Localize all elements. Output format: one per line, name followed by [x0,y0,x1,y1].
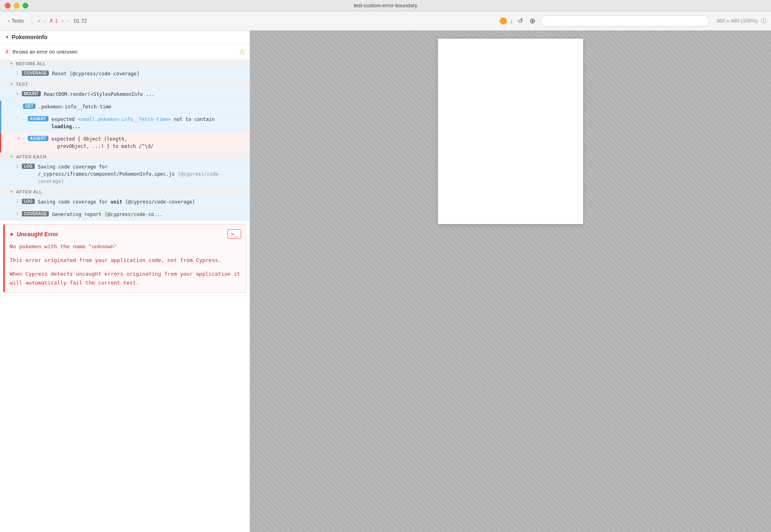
before-all-header: ▼ BEFORE ALL [0,60,250,68]
toolbar-divider [32,15,32,27]
suite-title: PokemonInfo [12,34,48,40]
test-group: ▼ TEST 1 MOUNT ReactDOM.render(<StylesPo… [0,80,250,153]
cross-icon: ✗ [49,18,54,24]
cmd-text-log-ae: Saving code coverage for /_cypress/ifram… [38,163,246,185]
cmd-text-coverage-2: Generating report [@cypress/code-co... [52,211,246,218]
checkmark-icon: ✓ [37,18,42,24]
after-each-header: ▼ AFTER EACH [0,153,250,161]
suite-chevron-icon[interactable]: ▼ [5,35,9,39]
assert-badge-1: ASSERT [28,116,48,121]
cmd-text-assert-1: expected <small.pokemon-info__fetch-time… [52,116,246,130]
after-all-label: AFTER ALL [16,189,42,194]
after-all-chevron-icon[interactable]: ▼ [10,190,13,194]
before-all-label: BEFORE ALL [16,61,46,66]
run-time: 01.72 [74,18,87,24]
test-item-header[interactable]: ✗ throws an error on unknown ⚠ [0,44,250,60]
log-badge-ae: LOG [22,164,35,169]
terminal-button[interactable]: >_ [227,229,241,239]
cmd-num-ae-1: 1 [13,164,19,168]
url-input[interactable] [540,15,710,27]
cmd-row-assert-1[interactable]: ⋯ - ASSERT expected <small.pokemon-info_… [0,113,250,133]
fail-icon: ✗ [5,49,9,55]
cmd-text-assert-2: expected { Object (length, prevObject, .… [52,135,246,150]
cmd-row-assert-2[interactable]: 4 - ASSERT expected { Object (length, pr… [0,133,250,153]
pass-status: ✓ -- [37,18,46,24]
content-area: ▼ PokemonInfo ✗ throws an error on unkno… [0,31,771,532]
cmd-num-mount: 1 [13,91,19,96]
fail-status: ✗ 1 [49,18,58,24]
warning-icon: ⚠ [239,48,245,56]
log-badge-aa-1: LOG [22,199,35,204]
spinner-small-2-icon: ⋯ [14,116,20,121]
cmd-row-log-after-each[interactable]: 1 LOG Saving code coverage for /_cypress… [0,161,250,188]
error-box-header: ● Uncaught Error >_ [10,229,241,239]
after-all-header: ▼ AFTER ALL [0,188,250,196]
cmd-num-4: 4 [14,136,20,141]
cmd-row-coverage-2[interactable]: 2 COVERAGE Generating report [@cypress/c… [0,208,250,221]
cmd-num-aa-2: 2 [13,211,19,216]
cmd-text-mount: ReactDOM.render(<StylesPokemonInfo ... [44,91,246,98]
test-group-header: ▼ TEST [0,80,250,88]
cmd-row-mount[interactable]: 1 MOUNT ReactDOM.render(<StylesPokemonIn… [0,88,250,101]
viewport-size: 360 x 460 (100%) [716,18,758,24]
before-all-chevron-icon[interactable]: ▼ [10,62,13,66]
after-each-chevron-icon[interactable]: ▼ [10,155,13,159]
test-item: ✗ throws an error on unknown ⚠ ▼ BEFORE … [0,44,250,296]
pending-count: -- [65,18,69,24]
error-circle-icon: ● [10,231,14,238]
cmd-text-get: .pokemon-info__fetch-time [39,103,246,110]
suite-header: ▼ PokemonInfo [0,31,250,44]
step-icon[interactable]: ↓ [510,18,513,24]
circle-icon: ○ [61,18,65,24]
assert-badge-2: ASSERT [28,136,48,141]
cmd-num-aa-1: 1 [13,199,19,204]
error-description-1: This error originated from your applicat… [10,256,241,265]
preview-frame [438,39,583,224]
mount-badge: MOUNT [22,91,41,96]
after-each-label: AFTER EACH [16,154,46,159]
cmd-num: 1 [13,71,19,75]
coverage-badge-2: COVERAGE [22,211,49,216]
refresh-icon[interactable]: ↺ [516,15,525,26]
titlebar: test-custom-error-boundary [0,0,771,11]
assert-minus: - [23,116,25,122]
close-button[interactable] [5,3,10,8]
test-name: throws an error on unknown [13,49,236,55]
test-chevron-icon[interactable]: ▼ [10,82,13,86]
error-title-row: ● Uncaught Error [10,231,58,238]
after-each-group: ▼ AFTER EACH 1 LOG Saving code coverage … [0,153,250,188]
left-panel: ▼ PokemonInfo ✗ throws an error on unkno… [0,31,250,532]
test-group-label: TEST [16,82,28,87]
back-label: Tests [11,18,23,24]
before-all-group: ▼ BEFORE ALL 1 COVERAGE Reset [@cypress/… [0,60,250,80]
error-message: No pokemon with the name "unknown" [10,243,241,251]
error-box: ● Uncaught Error >_ No pokemon with the … [3,224,246,293]
minimize-button[interactable] [14,3,19,8]
pass-count: -- [43,18,46,24]
target-icon[interactable]: ⊕ [528,15,537,27]
get-badge: GET [23,104,35,109]
app-container: ‹ Tests ✓ -- ✗ 1 ○ -- 01.72 ↓ ↺ ⊕ 360 x … [0,11,771,532]
cmd-text-log-aa-1: Saving code coverage for unit [@cypress/… [38,198,246,206]
titlebar-buttons [5,3,28,8]
error-title: Uncaught Error [17,231,58,237]
cmd-row-log-after-all-1[interactable]: 1 LOG Saving code coverage for unit [@cy… [0,196,250,208]
maximize-button[interactable] [23,3,28,8]
cmd-row-coverage-1[interactable]: 1 COVERAGE Reset [@cypress/code-coverage… [0,68,250,80]
fail-count: 1 [55,18,58,24]
info-icon[interactable]: ⓘ [761,17,766,25]
after-all-group: ▼ AFTER ALL 1 LOG Saving code coverage f… [0,188,250,221]
spinner-small-icon: ⋯ [14,103,20,108]
toolbar: ‹ Tests ✓ -- ✗ 1 ○ -- 01.72 ↓ ↺ ⊕ 360 x … [0,11,771,31]
cmd-row-get[interactable]: ⋯ GET .pokemon-info__fetch-time [0,101,250,113]
chevron-left-icon: ‹ [8,18,10,24]
coverage-badge: COVERAGE [22,71,49,76]
window-title: test-custom-error-boundary [354,2,417,8]
spinner-icon [500,17,507,25]
cmd-text: Reset [@cypress/code-coverage] [52,70,246,77]
pending-status: ○ -- [61,18,69,24]
error-description-2: When Cypress detects uncaught errors ori… [10,270,241,287]
preview-panel [250,31,771,532]
assert-minus-2: - [23,136,25,141]
back-button[interactable]: ‹ Tests [5,16,27,25]
